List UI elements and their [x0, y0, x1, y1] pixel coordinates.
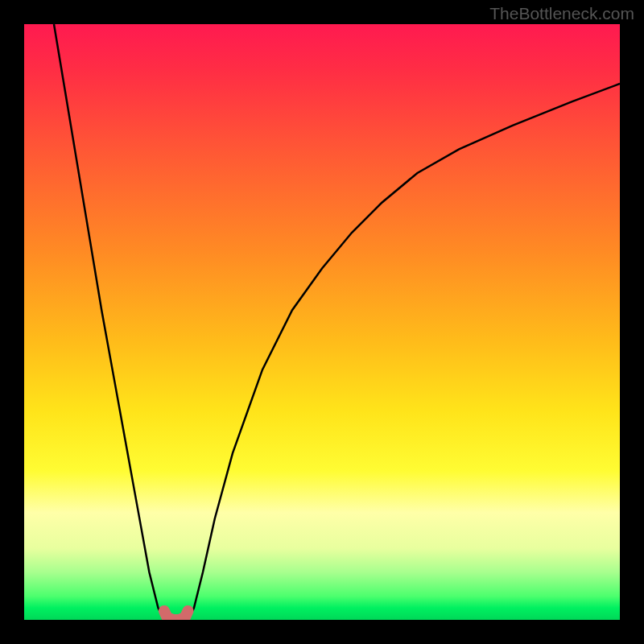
curve-layer: [24, 24, 620, 620]
chart-container: TheBottleneck.com: [0, 0, 644, 644]
right-branch-curve: [188, 84, 621, 620]
optimal-highlight-curve: [164, 611, 188, 620]
watermark-text: TheBottleneck.com: [489, 4, 634, 23]
plot-area: [24, 24, 620, 620]
left-branch-curve: [54, 24, 164, 620]
